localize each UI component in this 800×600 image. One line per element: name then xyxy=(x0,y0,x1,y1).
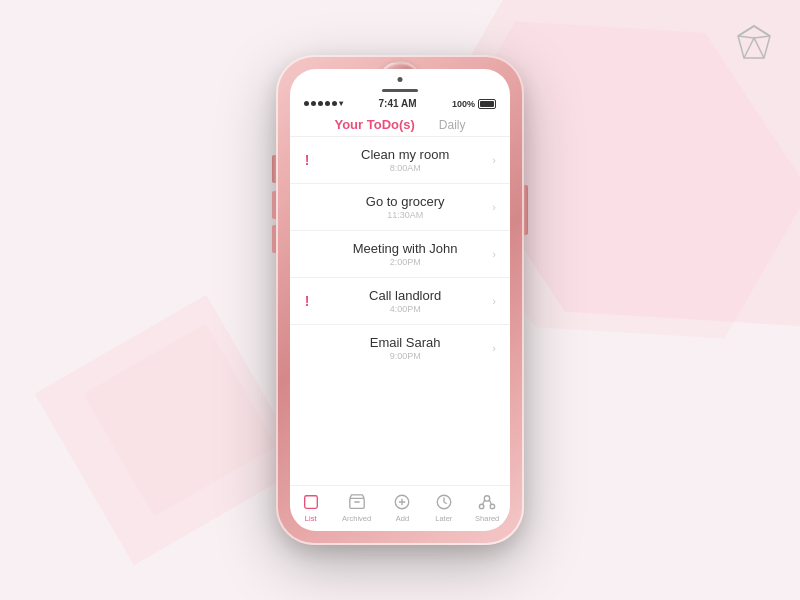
battery-area: 100% xyxy=(452,99,496,109)
todo-item-2[interactable]: Go to grocery 11:30AM › xyxy=(290,184,510,231)
battery-percent: 100% xyxy=(452,99,475,109)
screen-header: Your ToDo(s) Daily xyxy=(290,111,510,137)
todo-list: ! Clean my room 8:00AM › Go to grocery 1… xyxy=(290,137,510,485)
priority-indicator-1: ! xyxy=(300,152,314,168)
chevron-icon-5: › xyxy=(492,342,496,354)
chevron-icon-4: › xyxy=(492,295,496,307)
screen-content: Your ToDo(s) Daily ! Clean my room 8:00A… xyxy=(290,111,510,531)
phone-screen: ▾ 7:41 AM 100% Your ToDo(s) Daily ! xyxy=(290,69,510,531)
todo-title-5: Email Sarah xyxy=(318,335,492,350)
tab-archived-label: Archived xyxy=(342,514,371,523)
svg-point-12 xyxy=(490,504,495,509)
list-icon xyxy=(301,492,321,512)
tab-shared-label: Shared xyxy=(475,514,499,523)
todo-text-3: Meeting with John 2:00PM xyxy=(318,241,492,267)
phone-top-notch xyxy=(290,69,510,96)
svg-line-2 xyxy=(754,36,770,38)
todo-text-4: Call landlord 4:00PM xyxy=(318,288,492,314)
todo-time-4: 4:00PM xyxy=(318,304,492,314)
todo-time-5: 9:00PM xyxy=(318,351,492,361)
tab-list-label: List xyxy=(305,514,317,523)
camera-dot xyxy=(398,77,403,82)
chevron-icon-2: › xyxy=(492,201,496,213)
todo-item-1[interactable]: ! Clean my room 8:00AM › xyxy=(290,137,510,184)
svg-line-13 xyxy=(483,500,485,505)
tab-add-label: Add xyxy=(396,514,409,523)
speaker-bar xyxy=(382,89,418,92)
todo-text-1: Clean my room 8:00AM xyxy=(318,147,492,173)
svg-rect-4 xyxy=(349,498,363,508)
wifi-icon: ▾ xyxy=(339,99,343,108)
chevron-icon-1: › xyxy=(492,154,496,166)
archived-icon xyxy=(347,492,367,512)
todo-title-3: Meeting with John xyxy=(318,241,492,256)
svg-point-11 xyxy=(480,504,485,509)
signal-area: ▾ xyxy=(304,99,343,108)
todo-title-1: Clean my room xyxy=(318,147,492,162)
later-icon xyxy=(434,492,454,512)
todo-title-2: Go to grocery xyxy=(318,194,492,209)
status-time: 7:41 AM xyxy=(378,98,416,109)
todo-time-2: 11:30AM xyxy=(318,210,492,220)
todo-text-5: Email Sarah 9:00PM xyxy=(318,335,492,361)
priority-indicator-4: ! xyxy=(300,293,314,309)
add-icon xyxy=(392,492,412,512)
tab-later[interactable]: Later xyxy=(434,492,454,523)
status-bar: ▾ 7:41 AM 100% xyxy=(290,96,510,111)
svg-rect-3 xyxy=(304,496,317,509)
diamond-icon xyxy=(736,24,772,60)
svg-line-1 xyxy=(738,36,754,38)
tab-add[interactable]: Add xyxy=(392,492,412,523)
todo-item-4[interactable]: ! Call landlord 4:00PM › xyxy=(290,278,510,325)
todo-item-5[interactable]: Email Sarah 9:00PM › xyxy=(290,325,510,371)
shared-icon xyxy=(477,492,497,512)
battery-icon xyxy=(478,99,496,109)
todo-text-2: Go to grocery 11:30AM xyxy=(318,194,492,220)
svg-marker-0 xyxy=(738,26,770,58)
tab-shared[interactable]: Shared xyxy=(475,492,499,523)
todo-item-3[interactable]: Meeting with John 2:00PM › xyxy=(290,231,510,278)
tab-archived[interactable]: Archived xyxy=(342,492,371,523)
bottom-tab-bar: List Archived xyxy=(290,485,510,531)
phone-frame: ▾ 7:41 AM 100% Your ToDo(s) Daily ! xyxy=(276,55,524,545)
tab-later-label: Later xyxy=(435,514,452,523)
tab-daily[interactable]: Daily xyxy=(427,118,478,132)
todo-time-3: 2:00PM xyxy=(318,257,492,267)
svg-line-14 xyxy=(489,500,491,505)
todo-title-4: Call landlord xyxy=(318,288,492,303)
todo-time-1: 8:00AM xyxy=(318,163,492,173)
tab-todos[interactable]: Your ToDo(s) xyxy=(322,117,426,132)
chevron-icon-3: › xyxy=(492,248,496,260)
tab-list[interactable]: List xyxy=(301,492,321,523)
